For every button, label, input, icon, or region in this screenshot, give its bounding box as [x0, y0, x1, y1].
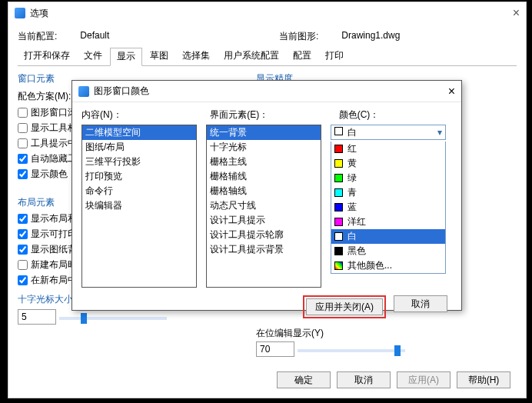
- cancel-button[interactable]: 取消: [337, 371, 391, 388]
- list-item[interactable]: 二维模型空间: [82, 125, 196, 140]
- list-item[interactable]: 打印预览: [82, 169, 196, 184]
- apply-close-button[interactable]: 应用并关闭(A): [306, 298, 383, 315]
- color-dropdown-list[interactable]: 红 黄 绿 青 蓝 洋红 白 黑色 其他颜色...: [331, 142, 446, 274]
- inplace-edit-label: 在位编辑显示(Y): [256, 327, 517, 340]
- color-option-red[interactable]: 红: [331, 142, 445, 156]
- tab-display[interactable]: 显示: [110, 48, 142, 66]
- list-item[interactable]: 图纸/布局: [82, 140, 196, 155]
- app-icon: [15, 8, 25, 18]
- color-option-cyan[interactable]: 青: [331, 185, 445, 200]
- tab-file[interactable]: 文件: [78, 48, 108, 64]
- options-titlebar: 选项 ×: [8, 2, 526, 24]
- app-icon: [78, 86, 89, 97]
- options-title: 选项: [30, 7, 48, 20]
- inplace-edit-input[interactable]: [256, 341, 294, 357]
- help-button[interactable]: 帮助(H): [457, 371, 510, 388]
- apply-close-highlight: 应用并关闭(A): [303, 295, 386, 318]
- list-item[interactable]: 设计工具提示背景: [207, 242, 321, 257]
- color-option-white[interactable]: 白: [331, 229, 445, 244]
- list-item[interactable]: 十字光标: [207, 140, 321, 155]
- apply-button[interactable]: 应用(A): [397, 371, 451, 388]
- list-item[interactable]: 三维平行投影: [82, 155, 196, 169]
- cursor-size-input[interactable]: [18, 309, 56, 325]
- color-option-green[interactable]: 绿: [331, 171, 445, 185]
- current-drawing-value: Drawing1.dwg: [341, 30, 400, 43]
- modal-cancel-button[interactable]: 取消: [394, 295, 447, 312]
- color-option-magenta[interactable]: 洋红: [331, 215, 445, 229]
- context-listbox[interactable]: 二维模型空间 图纸/布局 三维平行投影 打印预览 命令行 块编辑器: [81, 125, 197, 288]
- list-item[interactable]: 设计工具提示: [207, 213, 321, 228]
- color-option-blue[interactable]: 蓝: [331, 200, 445, 215]
- list-item[interactable]: 栅格轴线: [207, 184, 321, 198]
- current-config-label: 当前配置:: [18, 30, 57, 43]
- tab-user-prefs[interactable]: 用户系统配置: [218, 48, 285, 64]
- close-icon[interactable]: ×: [513, 8, 520, 18]
- interface-listbox[interactable]: 统一背景 十字光标 栅格主线 栅格辅线 栅格轴线 动态尺寸线 设计工具提示 设计…: [206, 125, 321, 288]
- options-tabs: 打开和保存 文件 显示 草图 选择集 用户系统配置 配置 打印: [18, 48, 517, 66]
- list-item[interactable]: 命令行: [82, 184, 196, 198]
- tab-sketch[interactable]: 草图: [144, 48, 175, 64]
- close-icon[interactable]: ×: [448, 86, 455, 97]
- list-item[interactable]: 栅格主线: [207, 155, 321, 169]
- interface-label: 界面元素(E)：: [210, 108, 323, 122]
- list-item[interactable]: 栅格辅线: [207, 169, 321, 184]
- color-dropdown[interactable]: 白 ▾: [331, 125, 446, 140]
- tab-config[interactable]: 配置: [287, 48, 318, 64]
- chevron-down-icon: ▾: [437, 127, 442, 138]
- color-option-black[interactable]: 黑色: [331, 244, 445, 258]
- list-item[interactable]: 统一背景: [207, 125, 321, 140]
- color-dialog: 图形窗口颜色 × 内容(N)： 界面元素(E)： 颜色(C)： 二维模型空间 图…: [71, 80, 462, 311]
- color-label: 颜色(C)：: [339, 108, 452, 122]
- color-option-yellow[interactable]: 黄: [331, 156, 445, 171]
- list-item[interactable]: 块编辑器: [82, 198, 196, 213]
- ok-button[interactable]: 确定: [277, 371, 331, 388]
- tab-selection[interactable]: 选择集: [176, 48, 216, 64]
- color-dialog-title: 图形窗口颜色: [94, 85, 149, 98]
- color-scheme-label: 配色方案(M):: [18, 90, 71, 103]
- color-option-other[interactable]: 其他颜色...: [331, 258, 445, 273]
- list-item[interactable]: 设计工具提示轮廓: [207, 228, 321, 242]
- list-item[interactable]: 动态尺寸线: [207, 198, 321, 213]
- context-label: 内容(N)：: [81, 108, 195, 122]
- tab-print[interactable]: 打印: [319, 48, 350, 64]
- tab-open-save[interactable]: 打开和保存: [18, 48, 76, 64]
- current-drawing-label: 当前图形:: [279, 30, 318, 43]
- current-config-value: Default: [80, 30, 109, 43]
- inplace-edit-slider[interactable]: [298, 349, 405, 352]
